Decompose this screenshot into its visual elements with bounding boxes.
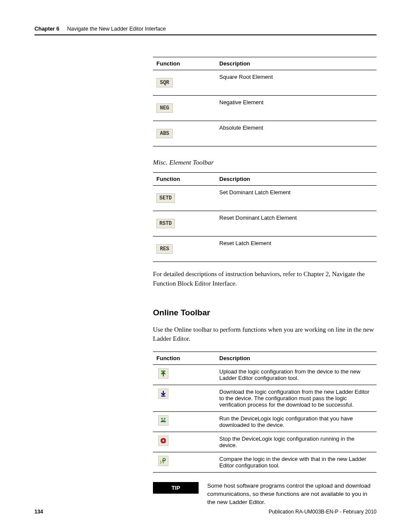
svg-rect-0 [161,371,165,372]
svg-text:?: ? [162,461,164,464]
table-header-description: Description [216,57,377,70]
table-row: Download the logic configuration from th… [153,385,377,412]
table-row: ABS Absolute Element [153,121,377,146]
table-row: RSTD Reset Dominant Latch Element [153,211,377,236]
setd-button[interactable]: SETD [156,193,175,203]
tip-text: Some host software programs control the … [207,482,377,507]
page-footer: 134 Publication RA-UM003B-EN-P - Februar… [34,509,377,515]
cell-desc: Upload the logic configuration from the … [216,365,377,385]
rstd-button[interactable]: RSTD [156,219,175,228]
download-icon[interactable] [158,389,168,399]
online-toolbar-heading: Online Toolbar [153,308,377,317]
svg-point-4 [162,420,164,422]
neg-button[interactable]: NEG [156,103,173,113]
cell-desc: Absolute Element [216,121,377,146]
table-row: ? Compare the logic in the device with t… [153,452,377,473]
misc-toolbar-heading: Misc. Element Toolbar [153,159,377,166]
table-row: Upload the logic configuration from the … [153,365,377,385]
table-row: SETD Set Dominant Latch Element [153,186,377,211]
cell-desc: Reset Latch Element [216,236,377,262]
stop-icon[interactable] [158,436,168,446]
online-toolbar-table: Function Description Upload the logi [153,352,377,473]
cell-desc: Set Dominant Latch Element [216,186,377,211]
table-row: Stop the DeviceLogix logic configuration… [153,432,377,452]
chapter-label: Chapter 6 [34,26,59,32]
math-element-table: Function Description SQR Square Root Ele… [153,57,377,146]
cell-desc: Stop the DeviceLogix logic configuration… [216,432,377,452]
cell-desc: Run the DeviceLogix logic configuration … [216,412,377,432]
cell-desc: Square Root Element [216,70,377,96]
reference-paragraph: For detailed descriptions of instruction… [153,270,377,289]
compare-icon[interactable]: ? [158,456,168,466]
svg-point-3 [164,418,165,420]
table-header-function: Function [153,173,216,186]
table-row: NEG Negative Element [153,96,377,121]
table-row: SQR Square Root Element [153,70,377,96]
cell-desc: Compare the logic in the device with tha… [216,452,377,473]
publication-info: Publication RA-UM003B-EN-P - February 20… [268,509,377,515]
upload-icon[interactable] [158,368,168,379]
page-number: 134 [34,509,43,515]
online-toolbar-paragraph: Use the Online toolbar to perform functi… [153,325,377,344]
svg-point-2 [161,418,163,420]
abs-button[interactable]: ABS [156,129,173,138]
table-header-function: Function [153,352,216,365]
res-button[interactable]: RES [156,244,173,254]
cell-desc: Download the logic configuration from th… [216,385,377,412]
table-header-description: Description [216,173,377,186]
table-row: Run the DeviceLogix logic configuration … [153,412,377,432]
chapter-title: Navigate the New Ladder Editor Interface [67,26,166,32]
misc-element-table: Function Description SETD Set Dominant L… [153,172,377,262]
table-header-description: Description [216,352,377,365]
tip-label: TIP [153,482,199,494]
table-header-function: Function [153,57,216,70]
table-row: RES Reset Latch Element [153,236,377,262]
tip-block: TIP Some host software programs control … [153,482,377,507]
run-icon[interactable] [158,415,168,426]
cell-desc: Reset Dominant Latch Element [216,211,377,236]
svg-point-6 [162,440,165,442]
svg-rect-1 [161,396,165,397]
page-header: Chapter 6 Navigate the New Ladder Editor… [34,26,377,35]
cell-desc: Negative Element [216,96,377,121]
sqr-button[interactable]: SQR [156,78,173,87]
